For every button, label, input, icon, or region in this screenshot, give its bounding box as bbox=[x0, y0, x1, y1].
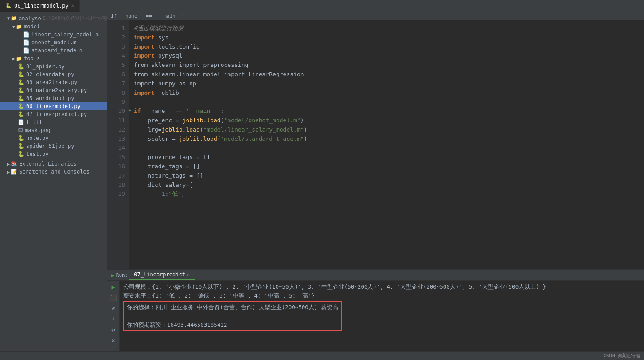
ln-19: 19 bbox=[111, 190, 125, 199]
line-numbers: 1 2 3 4 5 6 7 8 9 10 11 12 13 14 15 16 1 bbox=[107, 20, 129, 269]
sidebar-file-mask-label: mask.png bbox=[25, 127, 51, 133]
sidebar-file-05wordcloud-label: 05_wordcloud.py bbox=[26, 95, 74, 101]
ln-9: 9 bbox=[111, 97, 125, 107]
run-settings-btn[interactable]: ⚙ bbox=[109, 325, 118, 334]
sidebar-item-model[interactable]: 📁 model bbox=[0, 23, 107, 31]
ln-1: 1 bbox=[111, 24, 125, 33]
sidebar-item-07-linearpredict[interactable]: 🐍 07_linearpredict.py bbox=[0, 110, 107, 118]
ln-2: 2 bbox=[111, 33, 125, 43]
sidebar-scratches-label: Scratches and Consoles bbox=[19, 169, 90, 175]
run-close-btn[interactable]: ✕ bbox=[109, 336, 118, 345]
ln-14: 14 bbox=[111, 143, 125, 153]
py-icon-spider51job: 🐍 bbox=[18, 143, 24, 149]
ln-4: 4 bbox=[111, 51, 125, 61]
sidebar-external-label: External Libraries bbox=[19, 161, 77, 167]
output-line-1: 公司规模：{1: '小微企业(10人以下)', 2: '小型企业(10~50人)… bbox=[123, 283, 640, 291]
file-icon-mask: 🖼 bbox=[18, 127, 23, 133]
ln-12: 12 bbox=[111, 125, 125, 135]
run-rerun-btn[interactable]: ↺ bbox=[109, 304, 118, 313]
sidebar-item-01-spider[interactable]: 🐍 01_spider.py bbox=[0, 62, 107, 70]
sidebar-item-tools[interactable]: 📁 tools bbox=[0, 54, 107, 62]
sidebar-item-02-cleandata[interactable]: 🐍 02_cleandata.py bbox=[0, 70, 107, 78]
expand-arrow-tools bbox=[12, 56, 15, 61]
sidebar-item-external-libraries[interactable]: 📚 External Libraries bbox=[0, 160, 107, 168]
sidebar-file-onehot-label: onehot_model.m bbox=[31, 39, 76, 46]
tab-close-btn[interactable]: ✕ bbox=[71, 3, 74, 8]
tab-label: 06_linearmodel.py bbox=[14, 3, 69, 9]
tab-icon-py: 🐍 bbox=[5, 3, 12, 8]
code-editor[interactable]: 1 2 3 4 5 6 7 8 9 10 11 12 13 14 15 16 1 bbox=[107, 20, 644, 269]
sidebar-item-standard-trade[interactable]: 📄 standard_trade.m bbox=[0, 46, 107, 54]
status-bar: CSDN @疯狂行者 bbox=[0, 351, 644, 360]
folder-icon-analyse: 📁 bbox=[11, 15, 17, 21]
py-icon-07linearpredict: 🐍 bbox=[18, 111, 24, 117]
code-text[interactable]: #通过模型进行预测 import sys import tools.Config… bbox=[129, 20, 644, 269]
sidebar-file-spider51job-label: spider_51job.py bbox=[26, 143, 74, 149]
output-highlighted-block: 你的选择：四川 企业服务 中外合资(合营、合作) 大型企业(200~500人) … bbox=[123, 301, 342, 331]
ln-6: 6 bbox=[111, 70, 125, 79]
sidebar-item-onehot-model[interactable]: 📄 onehot_model.m bbox=[0, 39, 107, 46]
py-icon-01spider: 🐍 bbox=[18, 63, 24, 70]
breadcrumb-text: if __name__ == '__main__' bbox=[111, 13, 184, 19]
ln-18: 18 bbox=[111, 181, 125, 190]
sidebar-file-07linearpredict-label: 07_linearpredict.py bbox=[26, 111, 87, 117]
run-play-btn[interactable]: ▶ bbox=[109, 283, 118, 291]
ln-10: 10 bbox=[111, 107, 125, 116]
ln-8: 8 bbox=[111, 89, 125, 98]
output-line-2: 薪资水平：{1: '低', 2: '偏低', 3: '中等', 4: '中高',… bbox=[123, 291, 640, 300]
sidebar-file-04nature2salary-label: 04_nature2salary.py bbox=[26, 87, 87, 93]
run-tab-label: 07_linearpredict bbox=[134, 271, 185, 278]
file-icon-onehot: 📄 bbox=[23, 39, 30, 46]
sidebar-item-03-area2trade[interactable]: 🐍 03_area2trade.py bbox=[0, 78, 107, 86]
run-stop-btn[interactable]: ⬛ bbox=[109, 293, 118, 302]
scratches-icon: 📝 bbox=[11, 169, 17, 175]
ln-16: 16 bbox=[111, 162, 125, 171]
run-scroll-end-btn[interactable]: ⬇ bbox=[109, 314, 118, 323]
ln-15: 15 bbox=[111, 153, 125, 162]
sidebar-file-test-label: test.py bbox=[26, 151, 49, 157]
ln-17: 17 bbox=[111, 171, 125, 181]
sidebar-item-analyse[interactable]: 📁 analyse E:\DXD的文档\毕业设计小项 bbox=[0, 14, 107, 23]
expand-arrow-scratches bbox=[7, 170, 10, 174]
sidebar-item-spider-51job[interactable]: 🐍 spider_51job.py bbox=[0, 142, 107, 150]
run-icon: ▶ bbox=[111, 272, 114, 279]
status-text: CSDN @疯狂行者 bbox=[603, 352, 640, 359]
sidebar-file-linear-salary-label: linear_salary_model.m bbox=[31, 31, 99, 38]
run-label: Run: bbox=[116, 272, 128, 278]
py-icon-05wordcloud: 🐍 bbox=[18, 95, 24, 101]
project-path: E:\DXD的文档\毕业设计小项 bbox=[43, 15, 107, 22]
sidebar-item-test[interactable]: 🐍 test.py bbox=[0, 150, 107, 158]
sidebar-item-linear-salary-model[interactable]: 📄 linear_salary_model.m bbox=[0, 31, 107, 39]
sidebar-item-06-linearmodel[interactable]: 🐍 06_linearmodel.py bbox=[0, 102, 107, 110]
project-sidebar: 📁 analyse E:\DXD的文档\毕业设计小项 📁 model 📄 lin… bbox=[0, 12, 107, 351]
run-tab-07linearpredict[interactable]: 07_linearpredict ✕ bbox=[129, 270, 195, 280]
sidebar-item-note[interactable]: 🐍 note.py bbox=[0, 134, 107, 142]
sidebar-item-scratches[interactable]: 📝 Scratches and Consoles bbox=[0, 168, 107, 176]
folder-icon-model: 📁 bbox=[16, 24, 22, 30]
tab-06-linearmodel[interactable]: 🐍 06_linearmodel.py ✕ bbox=[0, 0, 80, 12]
sidebar-file-02cleandata-label: 02_cleandata.py bbox=[26, 71, 74, 77]
file-icon-fttf: 📄 bbox=[18, 119, 24, 125]
file-icon-standard-trade: 📄 bbox=[23, 47, 30, 54]
sidebar-item-05-wordcloud[interactable]: 🐍 05_wordcloud.py bbox=[0, 94, 107, 102]
expand-arrow-model bbox=[12, 24, 15, 29]
run-output-area: 公司规模：{1: '小微企业(10人以下)', 2: '小型企业(10~50人)… bbox=[120, 281, 644, 351]
sidebar-item-04-nature2salary[interactable]: 🐍 04_nature2salary.py bbox=[0, 86, 107, 94]
folder-icon-tools: 📁 bbox=[16, 56, 22, 62]
output-line-4: 你的预期薪资：16493.446503185412 bbox=[127, 321, 338, 329]
file-icon-linear-salary: 📄 bbox=[23, 31, 30, 38]
expand-arrow-external bbox=[7, 162, 10, 166]
run-panel: ▶ Run: 07_linearpredict ✕ ▶ ⬛ ↺ ⬇ ⚙ bbox=[107, 269, 644, 351]
ln-5: 5 bbox=[111, 61, 125, 70]
run-tab-close-btn[interactable]: ✕ bbox=[187, 272, 190, 277]
ln-11: 11 bbox=[111, 116, 125, 125]
sidebar-item-mask-png[interactable]: 🖼 mask.png bbox=[0, 126, 107, 134]
run-tabs: ▶ Run: 07_linearpredict ✕ bbox=[107, 270, 644, 281]
sidebar-item-f-ttf[interactable]: 📄 f.ttf bbox=[0, 118, 107, 126]
run-side-toolbar: ▶ ⬛ ↺ ⬇ ⚙ ✕ bbox=[107, 281, 120, 351]
expand-arrow-analyse bbox=[7, 16, 10, 21]
sidebar-file-03area2trade-label: 03_area2trade.py bbox=[26, 79, 78, 85]
ln-3: 3 bbox=[111, 43, 125, 52]
breadcrumb-bar: if __name__ == '__main__' bbox=[107, 12, 644, 20]
py-icon-03area2trade: 🐍 bbox=[18, 79, 24, 85]
